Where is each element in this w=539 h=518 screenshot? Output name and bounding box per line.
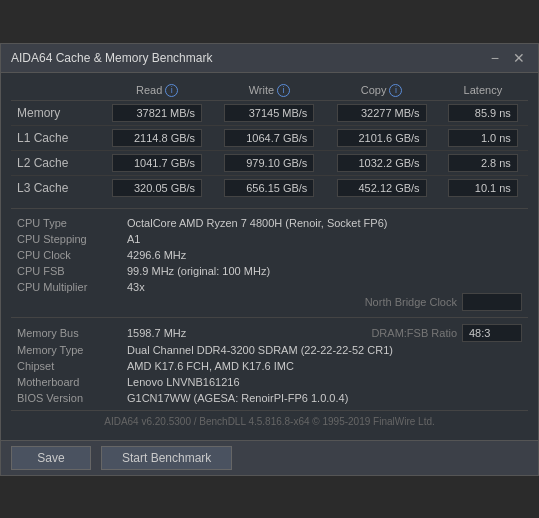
row-read: 2114.8 GB/s <box>101 125 213 150</box>
north-bridge-value <box>462 293 522 311</box>
row-latency: 10.1 ns <box>438 175 528 200</box>
memory-bus-left: Memory Bus 1598.7 MHz <box>11 325 371 341</box>
write-info-icon[interactable]: i <box>277 84 290 97</box>
row-latency: 85.9 ns <box>438 100 528 125</box>
benchmark-row: L2 Cache 1041.7 GB/s 979.10 GB/s 1032.2 … <box>11 150 528 175</box>
col-write-header: Write i <box>213 81 325 101</box>
info-value: OctalCore AMD Ryzen 7 4800H (Renoir, Soc… <box>121 215 528 231</box>
dram-fsb-section: DRAM:FSB Ratio 48:3 <box>371 324 528 342</box>
col-latency-header: Latency <box>438 81 528 101</box>
col-copy-header: Copy i <box>326 81 438 101</box>
info-label: CPU Type <box>11 215 121 231</box>
info-value: 4296.6 MHz <box>121 247 528 263</box>
row-latency: 2.8 ns <box>438 150 528 175</box>
window-controls: − ✕ <box>488 50 528 66</box>
benchmark-row: Memory 37821 MB/s 37145 MB/s 32277 MB/s … <box>11 100 528 125</box>
section-divider-2 <box>11 317 528 318</box>
dram-fsb-value: 48:3 <box>462 324 522 342</box>
row-write: 979.10 GB/s <box>213 150 325 175</box>
multiplier-north-bridge-row: North Bridge Clock <box>11 293 528 311</box>
benchmark-row: L1 Cache 2114.8 GB/s 1064.7 GB/s 2101.6 … <box>11 125 528 150</box>
memory-bus-value: 1598.7 MHz <box>121 325 371 341</box>
memory-bus-row: Memory Bus 1598.7 MHz DRAM:FSB Ratio 48:… <box>11 324 528 342</box>
row-copy: 32277 MB/s <box>326 100 438 125</box>
row-write: 37145 MB/s <box>213 100 325 125</box>
row-copy: 2101.6 GB/s <box>326 125 438 150</box>
close-button[interactable]: ✕ <box>510 50 528 66</box>
save-button[interactable]: Save <box>11 446 91 470</box>
col-label-header <box>11 81 101 101</box>
bottom-bar: Save Start Benchmark <box>1 440 538 475</box>
info-value: AMD K17.6 FCH, AMD K17.6 IMC <box>121 358 528 374</box>
row-write: 656.15 GB/s <box>213 175 325 200</box>
window-title: AIDA64 Cache & Memory Benchmark <box>11 51 212 65</box>
benchmark-table: Read i Write i Copy i <box>11 81 528 200</box>
minimize-button[interactable]: − <box>488 50 502 66</box>
memory-info-row: Motherboard Lenovo LNVNB161216 <box>11 374 528 390</box>
row-latency: 1.0 ns <box>438 125 528 150</box>
row-label: L3 Cache <box>11 175 101 200</box>
memory-info-row: Memory Type Dual Channel DDR4-3200 SDRAM… <box>11 342 528 358</box>
main-window: AIDA64 Cache & Memory Benchmark − ✕ Read… <box>0 43 539 476</box>
memory-info-table: Memory Type Dual Channel DDR4-3200 SDRAM… <box>11 342 528 406</box>
memory-bus-entry: Memory Bus 1598.7 MHz <box>11 325 371 341</box>
row-write: 1064.7 GB/s <box>213 125 325 150</box>
col-read-header: Read i <box>101 81 213 101</box>
section-divider-1 <box>11 208 528 209</box>
cpu-info-table: CPU Type OctalCore AMD Ryzen 7 4800H (Re… <box>11 215 528 295</box>
north-bridge-label: North Bridge Clock <box>365 296 457 308</box>
row-label: Memory <box>11 100 101 125</box>
row-read: 37821 MB/s <box>101 100 213 125</box>
info-label: CPU FSB <box>11 263 121 279</box>
start-benchmark-button[interactable]: Start Benchmark <box>101 446 232 470</box>
cpu-info-row: CPU Type OctalCore AMD Ryzen 7 4800H (Re… <box>11 215 528 231</box>
row-read: 1041.7 GB/s <box>101 150 213 175</box>
cpu-info-row: CPU FSB 99.9 MHz (original: 100 MHz) <box>11 263 528 279</box>
content-area: Read i Write i Copy i <box>1 73 538 440</box>
row-label: L1 Cache <box>11 125 101 150</box>
read-info-icon[interactable]: i <box>165 84 178 97</box>
cpu-info-row: CPU Clock 4296.6 MHz <box>11 247 528 263</box>
info-label: Memory Type <box>11 342 121 358</box>
info-value: Lenovo LNVNB161216 <box>121 374 528 390</box>
memory-bus-label: Memory Bus <box>11 325 121 341</box>
memory-info-row: BIOS Version G1CN17WW (AGESA: RenoirPI-F… <box>11 390 528 406</box>
info-label: Chipset <box>11 358 121 374</box>
row-copy: 452.12 GB/s <box>326 175 438 200</box>
info-label: Motherboard <box>11 374 121 390</box>
dram-fsb-label: DRAM:FSB Ratio <box>371 327 457 339</box>
info-value: G1CN17WW (AGESA: RenoirPI-FP6 1.0.0.4) <box>121 390 528 406</box>
title-bar: AIDA64 Cache & Memory Benchmark − ✕ <box>1 44 538 73</box>
row-copy: 1032.2 GB/s <box>326 150 438 175</box>
row-label: L2 Cache <box>11 150 101 175</box>
copy-info-icon[interactable]: i <box>389 84 402 97</box>
info-label: CPU Stepping <box>11 231 121 247</box>
info-label: BIOS Version <box>11 390 121 406</box>
row-read: 320.05 GB/s <box>101 175 213 200</box>
cpu-info-row: CPU Stepping A1 <box>11 231 528 247</box>
memory-info-row: Chipset AMD K17.6 FCH, AMD K17.6 IMC <box>11 358 528 374</box>
info-value: A1 <box>121 231 528 247</box>
benchmark-row: L3 Cache 320.05 GB/s 656.15 GB/s 452.12 … <box>11 175 528 200</box>
info-label: CPU Clock <box>11 247 121 263</box>
footer-text: AIDA64 v6.20.5300 / BenchDLL 4.5.816.8-x… <box>11 410 528 432</box>
info-value: 99.9 MHz (original: 100 MHz) <box>121 263 528 279</box>
info-value: Dual Channel DDR4-3200 SDRAM (22-22-22-5… <box>121 342 528 358</box>
north-bridge-section: North Bridge Clock <box>365 293 528 311</box>
